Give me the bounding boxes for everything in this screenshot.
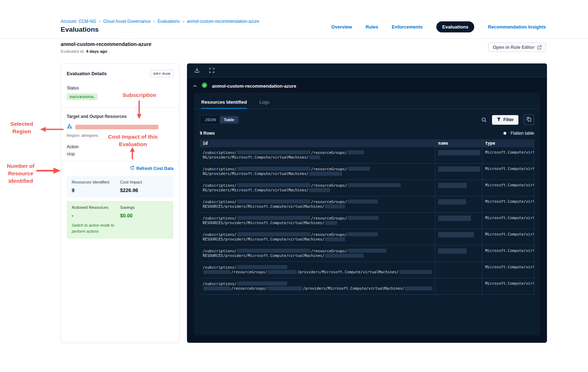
annotation-arrow-selected-region [40,126,64,133]
redacted-value [348,150,364,154]
active-mode-note: Switch to active mode to perform actions [72,222,125,234]
redacted-value [325,254,364,258]
breadcrumb-item-current[interactable]: anmol-custom-recommendation-azure [187,19,259,24]
redacted-name [438,183,467,188]
header-divider [0,38,588,39]
subscription-redacted-value [75,125,158,129]
azure-icon [67,124,73,130]
copy-icon [527,117,531,123]
breadcrumb-item-evaluations[interactable]: Evaluations [158,19,180,24]
actioned-resources-value: - [72,213,120,218]
actioned-resources-label: Actioned Resources [72,205,120,210]
annotation-arrow-cost-impact [129,147,136,160]
tab-resources-identified[interactable]: Resources Identified [201,99,247,109]
results-toolbar [187,63,547,77]
view-toggle-json[interactable]: JSON [201,116,220,123]
redacted-value [203,270,230,274]
evaluated-at-label: Evaluated at: [61,49,85,53]
action-value: stop [67,151,173,156]
cost-metrics-box: Resources Identified 9 Cost Impact $226.… [67,176,173,197]
top-nav: Overview Rules Enforcements Evaluations … [331,21,546,32]
resource-type: Microsoft.Compute/virtu [482,278,534,294]
column-header-type[interactable]: type [482,141,534,146]
download-icon[interactable] [194,67,200,73]
flatten-table-radio[interactable] [503,132,506,135]
redacted-value [348,216,379,220]
annotation-arrow-resource-count [36,167,61,175]
redacted-name [438,248,467,254]
redacted-value [237,167,310,171]
breadcrumb-separator: > [98,20,101,24]
table-row[interactable]: /subscriptions//resourceGroups/RESOURCES… [200,229,534,246]
redacted-value [237,183,310,187]
card-title: Evaluation Details [67,71,107,76]
results-table-body: /subscriptions//resourceGroups/RG/provid… [200,147,534,295]
divider [61,107,179,108]
evaluation-details-card: Evaluation Details DRY RUN Status SUCCES… [61,63,179,343]
tab-enforcements[interactable]: Enforcements [392,24,423,30]
table-row[interactable]: /subscriptions//resourceGroups//provider… [200,278,534,295]
results-table: id name type /subscriptions//resourceGro… [200,139,534,295]
redacted-value [325,221,337,225]
copy-button[interactable] [524,114,534,125]
refresh-cost-data-link[interactable]: Refresh Cost Data [130,166,173,171]
table-row[interactable]: /subscriptions//resourceGroups/RESOURCES… [200,196,534,213]
cost-impact-label: Cost Impact [120,180,169,184]
savings-label: Savings [120,205,169,210]
row-count: 9 Rows [200,131,215,136]
view-toggle-table[interactable]: Table [220,116,238,123]
results-title: anmol-custom-recommendation-azure [212,83,296,89]
table-row[interactable]: /subscriptions//resourceGroups/RESOURCES… [200,213,534,229]
breadcrumb: Account: CCM-NG > Cloud Asset Governance… [61,19,259,24]
table-row[interactable]: /subscriptions//resourceGroups/RG/provid… [200,180,534,196]
resources-identified-value: 9 [72,187,120,193]
redacted-value [203,286,230,290]
refresh-icon [130,166,135,171]
breadcrumb-separator: > [182,20,184,24]
tab-recommendation-insights[interactable]: Recommendation Insights [488,24,546,30]
column-header-name[interactable]: name [435,141,482,146]
redacted-value [237,281,287,285]
expand-icon[interactable] [209,68,214,73]
redacted-value [237,200,310,203]
breadcrumb-separator: > [153,20,155,24]
results-table-header: id name type [200,139,534,147]
open-rule-editor-button[interactable]: Open in Rule Editor [488,42,546,52]
redacted-value [348,167,370,171]
redacted-value [348,232,378,236]
tab-rules[interactable]: Rules [365,24,378,30]
view-toggle: JSON Table [200,115,239,124]
chevron-up-icon[interactable] [193,85,197,87]
table-row[interactable]: /subscriptions//resourceGroups/RG/provid… [200,164,534,180]
redacted-value [309,172,342,176]
target-resources-label: Target and Output Resources [67,114,173,119]
redacted-value [348,183,401,187]
column-header-id[interactable]: id [200,141,435,146]
filter-button[interactable]: Filter [492,115,518,125]
annotation-arrow-subscription [136,100,142,119]
resource-type: Microsoft.Compute/virtu [482,262,534,278]
breadcrumb-item-governance[interactable]: Cloud Asset Governance [103,19,151,24]
breadcrumb-item-account[interactable]: Account: CCM-NG [61,19,96,24]
redacted-value [309,188,330,192]
tab-overview[interactable]: Overview [331,24,352,30]
table-row[interactable]: /subscriptions//resourceGroups/RESOURCES… [200,246,534,262]
evaluated-at-value: 4 days ago [86,49,107,53]
tab-evaluations[interactable]: Evaluations [436,21,475,32]
search-icon[interactable] [481,117,487,123]
flatten-table-label: Flatten table [511,131,534,136]
table-row[interactable]: /subscriptions//resourceGroups/RG/provid… [200,147,534,164]
redacted-value [348,200,378,203]
table-row[interactable]: /subscriptions//resourceGroups//provider… [200,262,534,278]
page-title: Evaluations [61,26,99,33]
divider [61,161,179,161]
redacted-value [237,232,310,236]
resource-type: Microsoft.Compute/virtu [482,213,534,229]
redacted-name [438,216,471,221]
results-inner-panel: Resources Identified Logs JSON Table [194,93,540,335]
redacted-value [237,216,310,220]
tab-logs[interactable]: Logs [259,99,269,109]
cost-impact-value: $226.96 [120,187,169,193]
success-check-icon [202,82,207,89]
external-link-icon [537,45,542,50]
